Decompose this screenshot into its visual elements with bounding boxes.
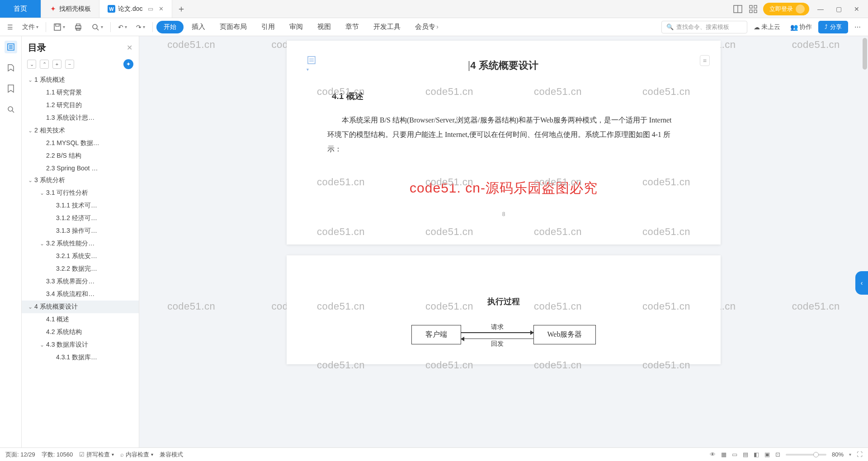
add-heading-icon[interactable]: +: [52, 60, 61, 69]
compat-mode[interactable]: 兼容模式: [160, 451, 183, 459]
toc-item[interactable]: 4 系统概要设计: [22, 301, 139, 313]
view-outline-icon[interactable]: ◧: [754, 451, 759, 458]
tab-view[interactable]: 视图: [311, 20, 337, 34]
status-bar: 页面: 12/29 字数: 10560 ☑拼写检查▾ ⌕内容检查▾ 兼容模式 👁…: [0, 447, 868, 461]
rail-outline-icon[interactable]: [5, 41, 17, 53]
view-web-icon[interactable]: ▤: [743, 451, 748, 458]
toc-item[interactable]: 2.3 Spring Boot …: [22, 162, 139, 174]
toc-item[interactable]: 3.4 系统流程和…: [22, 288, 139, 301]
tab-home[interactable]: 首页: [0, 0, 41, 18]
toc-item[interactable]: 1 系统概述: [22, 74, 139, 86]
toc-item[interactable]: 3.1.2 经济可…: [22, 212, 139, 225]
toc-item[interactable]: 3.1.1 技术可…: [22, 199, 139, 212]
tab-document[interactable]: W 论文.doc ▭ ✕: [99, 0, 172, 18]
new-tab-button[interactable]: ＋: [172, 0, 190, 18]
share-button[interactable]: ⤴分享: [818, 21, 848, 33]
svg-rect-4: [750, 10, 752, 13]
layout-icon[interactable]: [732, 4, 743, 14]
tab-review[interactable]: 审阅: [283, 20, 309, 34]
tab-section[interactable]: 章节: [339, 20, 365, 34]
sidebar-close-icon[interactable]: ✕: [127, 43, 132, 52]
close-tab-icon[interactable]: ✕: [159, 5, 164, 12]
save-icon[interactable]: ▾: [50, 20, 69, 34]
ai-assist-icon[interactable]: ✦: [123, 59, 133, 69]
page-section-icon[interactable]: ▾: [307, 55, 316, 72]
more-icon[interactable]: ⋯: [851, 21, 864, 33]
tab-templates[interactable]: ✦ 找稻壳模板: [41, 0, 99, 18]
toc-item[interactable]: 2 相关技术: [22, 124, 139, 137]
coop-button[interactable]: 👥 协作: [787, 20, 816, 34]
tab-devtools[interactable]: 开发工具: [367, 20, 407, 34]
view-focus-icon[interactable]: ▣: [764, 451, 770, 458]
paragraph[interactable]: 本系统采用 B/S 结构(Browser/Server,浏览器/服务器结构)和基…: [327, 113, 680, 156]
collapse-all-icon[interactable]: ⌄: [27, 60, 36, 69]
zoom-slider[interactable]: [786, 454, 826, 456]
heading-1[interactable]: 4 系统概要设计: [327, 59, 680, 72]
toc-item[interactable]: 3.3 系统界面分…: [22, 275, 139, 288]
redo-icon[interactable]: ↷ ▾: [132, 21, 149, 33]
toc-item[interactable]: 3.2 系统性能分…: [22, 237, 139, 250]
title-bar: 首页 ✦ 找稻壳模板 W 论文.doc ▭ ✕ ＋ 立即登录 — ▢ ✕: [0, 0, 868, 18]
toc-item[interactable]: 3 系统分析: [22, 174, 139, 187]
toc-item[interactable]: 3.1.3 操作可…: [22, 225, 139, 237]
minimize-icon[interactable]: —: [814, 2, 827, 16]
eye-icon[interactable]: 👁: [710, 451, 716, 458]
remove-heading-icon[interactable]: −: [65, 60, 74, 69]
login-button[interactable]: 立即登录: [763, 3, 809, 15]
toc-item[interactable]: 4.3.1 数据库…: [22, 351, 139, 364]
zoom-level[interactable]: 80%: [832, 451, 844, 458]
toc-item[interactable]: 4.1 概述: [22, 313, 139, 326]
toc-item[interactable]: 3.2.1 系统安…: [22, 250, 139, 263]
zoom-fit-icon[interactable]: ⊡: [775, 451, 780, 458]
toc-item[interactable]: 1.2 研究目的: [22, 99, 139, 112]
cloud-status[interactable]: ☁ 未上云: [750, 20, 784, 34]
command-search[interactable]: 🔍查找命令、搜索模板: [661, 21, 747, 33]
tab-start[interactable]: 开始: [156, 21, 184, 33]
window-close-icon[interactable]: ✕: [850, 2, 863, 16]
heading-2[interactable]: 4.1 概述: [332, 90, 680, 102]
svg-point-11: [93, 24, 97, 29]
toc-item[interactable]: 4.2 系统结构: [22, 326, 139, 339]
arrow-right-icon: [461, 332, 533, 333]
tab-member[interactable]: 会员专: [409, 20, 445, 34]
page-align-icon[interactable]: ≡: [700, 55, 710, 66]
content-check-button[interactable]: ⌕内容检查▾: [120, 451, 153, 459]
svg-rect-9: [76, 24, 80, 26]
document-area[interactable]: code51.cncode51.cncode51.cncode51.cncode…: [139, 36, 868, 447]
rail-tag-icon[interactable]: [5, 61, 17, 74]
maximize-icon[interactable]: ▢: [832, 2, 845, 16]
page-1[interactable]: ▾ ≡ 4 系统概要设计 code51.cncode51.cncode51.cn…: [287, 41, 721, 245]
page-2[interactable]: code51.cncode51.cncode51.cncode51.cn 执行过…: [287, 255, 721, 364]
tab-reference[interactable]: 引用: [255, 20, 281, 34]
people-icon: 👥: [790, 24, 798, 31]
tab-insert[interactable]: 插入: [185, 20, 212, 34]
toc-item[interactable]: 3.1 可行性分析: [22, 187, 139, 199]
file-menu[interactable]: 文件 ▾: [19, 20, 42, 34]
expand-all-icon[interactable]: ⌃: [40, 60, 49, 69]
toc-item[interactable]: 2.2 B/S 结构: [22, 150, 139, 162]
word-count[interactable]: 字数: 10560: [42, 451, 73, 459]
fullscreen-icon[interactable]: ⛶: [857, 451, 863, 458]
preview-icon[interactable]: ▾: [88, 20, 107, 34]
toc-item[interactable]: 1.3 系统设计思…: [22, 112, 139, 124]
devtools-icon[interactable]: ▭: [148, 5, 153, 12]
tab-layout[interactable]: 页面布局: [213, 20, 253, 34]
print-icon[interactable]: [71, 20, 86, 34]
apps-icon[interactable]: [748, 4, 759, 14]
rail-bookmark-icon[interactable]: [5, 82, 17, 95]
toc-item[interactable]: 1.1 研究背景: [22, 86, 139, 99]
check-icon: ☑: [79, 451, 85, 458]
toc-item[interactable]: 2.1 MYSQL 数据…: [22, 137, 139, 150]
menu-icon[interactable]: ☰: [4, 21, 17, 33]
undo-icon[interactable]: ↶ ▾: [114, 21, 131, 33]
view-print-icon[interactable]: ▦: [721, 451, 726, 458]
diagram-title[interactable]: 执行过程: [327, 296, 680, 307]
rail-search-icon[interactable]: [5, 103, 17, 116]
toc-item[interactable]: 4.3 数据库设计: [22, 339, 139, 351]
left-rail: [0, 36, 22, 447]
view-read-icon[interactable]: ▭: [732, 451, 737, 458]
toc-item[interactable]: 3.2.2 数据完…: [22, 263, 139, 275]
spellcheck-button[interactable]: ☑拼写检查▾: [79, 451, 114, 459]
page-indicator[interactable]: 页面: 12/29: [5, 451, 35, 459]
vertical-scrollbar[interactable]: [863, 38, 867, 446]
